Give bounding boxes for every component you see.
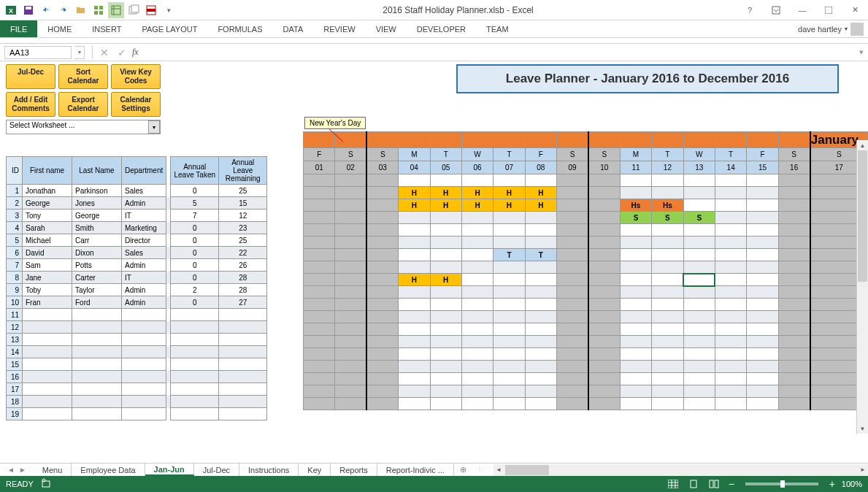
sheet-tab-menu[interactable]: Menu (34, 464, 72, 476)
calendar-cell[interactable] (557, 373, 588, 385)
calendar-cell[interactable] (493, 348, 525, 361)
ctrl-button-calendar-settings[interactable]: CalendarSettings (111, 92, 161, 117)
calendar-cell[interactable] (335, 323, 366, 336)
vscroll-thumb[interactable] (858, 150, 867, 282)
calendar-cell[interactable] (652, 174, 683, 187)
calendar-cell[interactable] (588, 174, 620, 187)
calendar-cell[interactable] (461, 385, 493, 398)
ribbon-tab-view[interactable]: VIEW (366, 20, 407, 37)
calendar-cell[interactable] (747, 212, 778, 224)
calendar-cell[interactable] (747, 274, 778, 286)
cancel-formula-icon[interactable]: ✕ (96, 45, 113, 60)
calendar-cell[interactable]: H (399, 274, 430, 286)
calendar-cell[interactable]: Hs (652, 199, 683, 212)
calendar-cell[interactable] (335, 336, 366, 348)
calendar-cell[interactable] (304, 398, 335, 410)
undo-icon[interactable] (38, 2, 54, 18)
calendar-cell[interactable] (461, 373, 493, 385)
macro-record-icon[interactable] (41, 478, 51, 490)
calendar-cell[interactable] (588, 224, 620, 237)
calendar-cell[interactable] (493, 274, 525, 286)
calendar-cell[interactable] (461, 174, 493, 187)
calendar-cell[interactable] (557, 261, 588, 274)
calendar-cell[interactable] (461, 361, 493, 373)
calendar-cell[interactable]: H (493, 199, 525, 212)
ribbon-tab-data[interactable]: DATA (273, 20, 314, 37)
ribbon-tab-team[interactable]: TEAM (476, 20, 519, 37)
calendar-cell[interactable] (747, 261, 778, 274)
calendar-cell[interactable] (525, 385, 556, 398)
calendar-cell[interactable] (747, 348, 778, 361)
calendar-cell[interactable]: T (493, 249, 525, 261)
calendar-cell[interactable] (747, 286, 778, 299)
calendar-cell[interactable] (747, 323, 778, 336)
calendar-cell[interactable] (366, 385, 398, 398)
calendar-cell[interactable] (525, 336, 556, 348)
calendar-cell[interactable] (366, 224, 398, 237)
calendar-cell[interactable] (366, 361, 398, 373)
calendar-cell[interactable] (525, 311, 556, 323)
calendar-cell[interactable]: H (461, 187, 493, 199)
calendar-cell[interactable] (588, 187, 620, 199)
calendar-cell[interactable] (557, 237, 588, 249)
calendar-cell[interactable] (557, 311, 588, 323)
calendar-cell[interactable] (588, 361, 620, 373)
calendar-cell[interactable] (430, 224, 461, 237)
scroll-right-icon[interactable]: ► (858, 466, 868, 473)
calendar-cell[interactable] (652, 237, 683, 249)
calendar-row[interactable] (304, 261, 868, 274)
calendar-cell[interactable] (747, 361, 778, 373)
calendar-cell[interactable] (366, 274, 398, 286)
ribbon-options-icon[interactable] (766, 3, 786, 18)
calendar-cell[interactable] (715, 348, 746, 361)
calendar-cell[interactable] (525, 174, 556, 187)
calendar-cell[interactable] (399, 212, 430, 224)
fx-label[interactable]: fx (132, 47, 139, 58)
calendar-cell[interactable] (304, 336, 335, 348)
calendar-cell[interactable] (335, 286, 366, 299)
calendar-cell[interactable] (461, 286, 493, 299)
calendar-cell[interactable]: H (430, 187, 461, 199)
calendar-cell[interactable] (335, 385, 366, 398)
calendar-cell[interactable] (715, 249, 746, 261)
horizontal-scrollbar[interactable]: ◄ ► (493, 464, 868, 476)
calendar-cell[interactable] (683, 224, 715, 237)
empty-row[interactable]: 18 (7, 396, 267, 408)
calendar-cell[interactable] (335, 224, 366, 237)
calendar-row[interactable] (304, 336, 868, 348)
sheet-tab-jul-dec[interactable]: Jul-Dec (194, 464, 239, 476)
ctrl-button-view-key-codes[interactable]: View KeyCodes (111, 64, 161, 89)
calendar-row[interactable] (304, 385, 868, 398)
calendar-cell[interactable] (493, 336, 525, 348)
redo-icon[interactable] (55, 2, 72, 18)
calendar-cell[interactable] (588, 385, 620, 398)
calendar-cell[interactable] (525, 237, 556, 249)
calendar-cell[interactable] (525, 398, 556, 410)
ribbon-tab-home[interactable]: HOME (37, 20, 82, 37)
calendar-row[interactable] (304, 174, 868, 187)
calendar-cell[interactable] (620, 336, 651, 348)
calendar-cell[interactable] (493, 361, 525, 373)
calendar-cell[interactable] (525, 286, 556, 299)
calendar-cell[interactable] (747, 249, 778, 261)
calendar-cell[interactable] (461, 311, 493, 323)
calendar-cell[interactable] (335, 237, 366, 249)
calendar-cell[interactable] (683, 373, 715, 385)
employee-row[interactable]: 3 Tony George IT 7 12 (7, 210, 267, 222)
save-icon[interactable] (20, 2, 37, 18)
calendar-cell[interactable]: S (652, 212, 683, 224)
calendar-cell[interactable] (588, 286, 620, 299)
calendar-cell[interactable] (335, 361, 366, 373)
calendar-cell[interactable] (715, 385, 746, 398)
calendar-cell[interactable] (652, 299, 683, 311)
calendar-cell[interactable] (778, 348, 810, 361)
calendar-cell[interactable]: H (493, 187, 525, 199)
employee-row[interactable]: 6 David Dixon Sales 0 22 (7, 247, 267, 259)
calendar-cell[interactable] (652, 348, 683, 361)
view-page-break-icon[interactable] (706, 477, 722, 491)
calendar-row[interactable] (304, 398, 868, 410)
calendar-row[interactable] (304, 323, 868, 336)
calendar-cell[interactable] (652, 361, 683, 373)
calendar-cell[interactable] (430, 361, 461, 373)
calendar-cell[interactable] (335, 398, 366, 410)
